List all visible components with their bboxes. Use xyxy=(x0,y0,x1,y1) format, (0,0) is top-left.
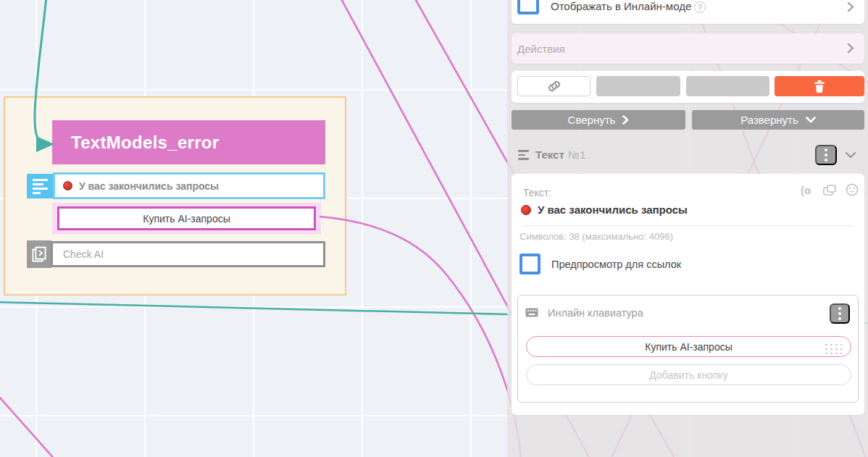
char-counter: Символов: 38 (максимально: 4096) xyxy=(519,231,673,242)
flow-node-textmodels-error[interactable]: TextModels_error У вас закончились запро… xyxy=(4,96,346,295)
red-circle-emoji xyxy=(63,181,72,190)
align-left-icon xyxy=(33,179,48,194)
text-section-header: Текст №1 xyxy=(507,145,868,167)
node-inline-button-label: Купить AI-запросы xyxy=(143,213,230,225)
node-message-text: У вас закончились запросы xyxy=(79,180,219,192)
toolbar-button-3[interactable] xyxy=(686,76,769,96)
node-message-row[interactable]: У вас закончились запросы xyxy=(53,172,325,199)
add-button-label: Добавить кнопку xyxy=(649,369,727,381)
insert-image-icon[interactable] xyxy=(823,185,836,196)
expand-label: Развернуть xyxy=(740,114,798,126)
collapse-button[interactable]: Свернуть xyxy=(512,110,685,130)
chevron-down-icon xyxy=(806,117,816,123)
text-block-card: Текст: (α У вас закончились запросы Симв… xyxy=(512,174,864,415)
trash-icon xyxy=(814,80,825,93)
inline-keyboard-card: Инлайн клавиатура Купить AI-запросы Доба… xyxy=(517,295,859,403)
keyboard-icon xyxy=(525,308,538,317)
node-goto-row[interactable]: Check AI xyxy=(51,241,325,267)
goto-block-icon xyxy=(27,240,51,268)
flow-builder: TextModels_error У вас закончились запро… xyxy=(0,0,868,457)
copy-link-button[interactable] xyxy=(517,76,591,96)
chevron-down-icon[interactable] xyxy=(845,151,856,159)
add-keyboard-button[interactable]: Добавить кнопку xyxy=(526,364,851,385)
chevron-right-icon[interactable] xyxy=(847,1,854,12)
actions-section[interactable]: Действия xyxy=(512,33,864,64)
text-field-value-row[interactable]: У вас закончились запросы xyxy=(521,204,688,216)
toolbar-card xyxy=(512,71,864,103)
inline-mode-checkbox[interactable] xyxy=(517,0,539,14)
help-icon[interactable]: ? xyxy=(694,1,706,13)
keyboard-menu-button[interactable] xyxy=(830,303,850,324)
node-title: TextModels_error xyxy=(71,133,219,153)
align-left-icon xyxy=(518,150,529,160)
text-block-icon xyxy=(27,174,54,198)
keyboard-button-item[interactable]: Купить AI-запросы xyxy=(526,336,851,357)
emoji-icon[interactable] xyxy=(846,183,859,196)
drag-handle-icon[interactable] xyxy=(823,342,842,354)
chevron-right-icon[interactable] xyxy=(847,43,854,54)
chevron-right-icon xyxy=(622,115,629,125)
link-preview-label: Предпросмотр для ссылок xyxy=(551,259,681,270)
insert-variable-icon[interactable]: (α xyxy=(801,184,811,196)
actions-label: Действия xyxy=(517,43,565,55)
node-button-highlight: Купить AI-запросы xyxy=(52,203,321,234)
link-preview-checkbox[interactable] xyxy=(519,253,541,274)
collapse-label: Свернуть xyxy=(568,114,616,126)
link-icon xyxy=(546,79,562,93)
copy-arrow-icon xyxy=(31,246,47,263)
text-field-value: У вас закончились запросы xyxy=(538,204,688,216)
settings-panel: Отображать в Инлайн-моде ? Действия xyxy=(507,0,868,457)
node-title-bar[interactable]: TextModels_error xyxy=(52,120,325,164)
text-field-label: Текст: xyxy=(523,187,551,198)
inline-mode-label: Отображать в Инлайн-моде xyxy=(551,0,691,12)
section-number: №1 xyxy=(568,148,585,161)
inline-mode-card: Отображать в Инлайн-моде ? xyxy=(512,0,864,24)
expand-button[interactable]: Развернуть xyxy=(692,110,864,130)
section-title: Текст xyxy=(535,148,564,161)
inline-keyboard-title: Инлайн клавиатура xyxy=(548,307,643,319)
node-inline-button[interactable]: Купить AI-запросы xyxy=(57,206,316,230)
delete-button[interactable] xyxy=(775,76,864,96)
keyboard-button-label: Купить AI-запросы xyxy=(645,341,732,353)
red-circle-emoji xyxy=(521,205,531,215)
section-menu-button[interactable] xyxy=(815,145,837,165)
divider xyxy=(523,225,853,226)
node-goto-label: Check AI xyxy=(63,248,104,260)
toolbar-button-2[interactable] xyxy=(596,76,680,96)
